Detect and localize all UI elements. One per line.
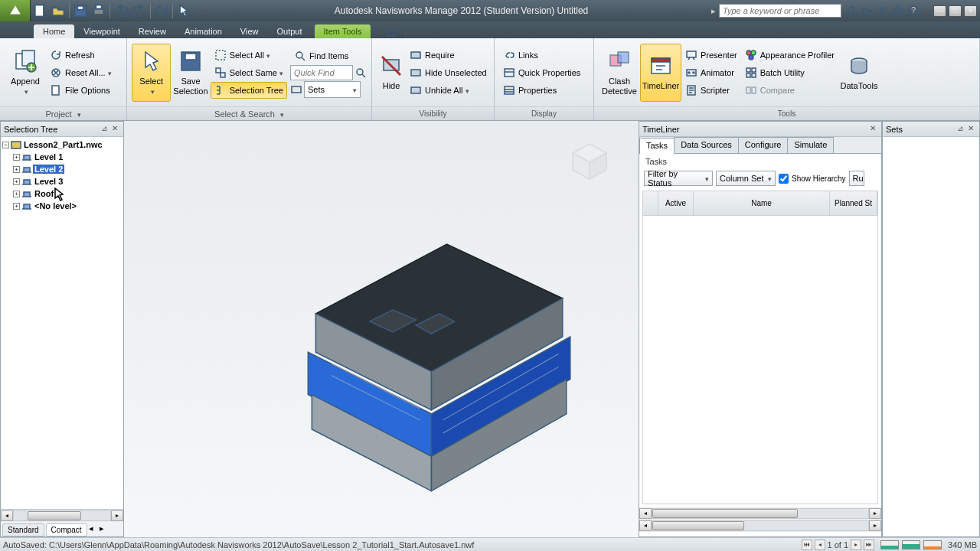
app-menu-button[interactable] [0, 0, 31, 21]
animator-button[interactable]: Animator [681, 64, 741, 81]
tl-tab-tasks[interactable]: Tasks [639, 138, 675, 154]
timeliner-label: TimeLiner [642, 81, 680, 90]
tab-extra-dd-icon[interactable] [401, 28, 407, 37]
tl-rules-button[interactable]: Ru [849, 171, 864, 186]
presenter-button[interactable]: Presenter [681, 47, 741, 64]
page-next-icon[interactable]: ▸ [851, 540, 861, 550]
quick-find-go-icon[interactable] [354, 67, 367, 79]
maximize-button[interactable]: □ [949, 5, 962, 17]
reset-all-button[interactable]: Reset All... [46, 64, 116, 81]
sets-combo[interactable]: Sets [304, 81, 361, 98]
page-prev-icon[interactable]: ◂ [815, 540, 825, 550]
datatools-button[interactable]: DataTools [838, 44, 880, 102]
qat-undo-icon[interactable] [113, 3, 129, 18]
scripter-label: Scripter [701, 86, 730, 95]
selection-tree-button[interactable]: Selection Tree [211, 82, 287, 99]
favorite-icon[interactable] [892, 5, 904, 17]
tab-viewpoint[interactable]: Viewpoint [74, 24, 129, 38]
save-selection-button[interactable]: Save Selection [171, 44, 210, 102]
help-icon[interactable]: ? [907, 5, 920, 17]
unhide-all-button[interactable]: Unhide All [406, 82, 491, 99]
tab-output[interactable]: Output [268, 24, 312, 38]
tl-tab-configure[interactable]: Configure [738, 137, 789, 153]
qat-customize-icon[interactable] [194, 3, 210, 18]
project-group-label: Project [0, 106, 126, 120]
tl-col-active[interactable]: Active [658, 191, 694, 215]
tl-columnset-combo[interactable]: Column Set [716, 171, 776, 186]
select-button[interactable]: Select [132, 44, 171, 102]
tree-hscroll[interactable]: ◂▸ [1, 510, 123, 522]
find-items-button[interactable]: Find Items [290, 47, 367, 64]
clash-detective-button[interactable]: Clash Detective [599, 44, 640, 102]
tl-close-icon[interactable]: ✕ [867, 124, 878, 135]
timeliner-button[interactable]: TimeLiner [640, 44, 681, 102]
require-button[interactable]: Require [406, 47, 491, 64]
tree-node-level1[interactable]: + Level 1 [2, 151, 122, 163]
infocenter-search[interactable] [719, 4, 841, 18]
search-icon[interactable] [846, 5, 858, 17]
tab-view[interactable]: View [231, 24, 268, 38]
key-icon[interactable] [861, 5, 874, 17]
batch-utility-button[interactable]: Batch Utility [741, 64, 838, 81]
quick-find-input[interactable] [290, 65, 353, 80]
tab-animation[interactable]: Animation [175, 24, 231, 38]
panel-autohide-icon[interactable]: ⊿ [99, 124, 109, 135]
tab-home[interactable]: Home [34, 24, 74, 38]
append-button[interactable]: Append [5, 44, 46, 102]
visibility-group-label: Visibility [372, 106, 494, 120]
svg-rect-10 [387, 31, 396, 36]
page-last-icon[interactable]: ⏭ [864, 540, 874, 550]
hide-unselected-button[interactable]: Hide Unselected [406, 64, 491, 81]
viewcube-icon[interactable] [564, 136, 616, 188]
tree-root[interactable]: − Lesson2_Part1.nwc [2, 139, 122, 151]
minimize-button[interactable]: — [933, 5, 946, 17]
tl-hscroll-2[interactable]: ◂▸ [639, 520, 881, 532]
help-dropdown-icon[interactable] [923, 6, 929, 15]
svg-rect-29 [505, 86, 514, 94]
tab-review[interactable]: Review [129, 24, 175, 38]
select-same-label: Select Same [230, 68, 277, 77]
appearance-profiler-button[interactable]: Appearance Profiler [741, 47, 838, 64]
select-same-button[interactable]: Select Same [211, 64, 287, 81]
tree-node-level3[interactable]: + Level 3 [2, 175, 122, 187]
qat-print-icon[interactable] [91, 3, 106, 18]
properties-button[interactable]: Properties [499, 82, 584, 99]
tab-extra-icon[interactable] [386, 28, 397, 38]
tl-tab-simulate[interactable]: Simulate [787, 137, 834, 153]
svg-rect-42 [746, 68, 750, 72]
tl-col-planned[interactable]: Planned St [830, 191, 877, 215]
qat-new-icon[interactable] [32, 3, 47, 18]
links-button[interactable]: Links [499, 47, 584, 64]
3d-viewport[interactable] [124, 121, 639, 537]
exchange-icon[interactable] [877, 5, 889, 17]
tl-tab-datasources[interactable]: Data Sources [674, 137, 739, 153]
page-first-icon[interactable]: ⏮ [802, 540, 812, 550]
tl-hscroll-1[interactable]: ◂▸ [639, 507, 881, 520]
refresh-button[interactable]: Refresh [46, 47, 116, 64]
tab-item-tools[interactable]: Item Tools [315, 24, 371, 38]
qat-pointer-icon[interactable] [176, 3, 191, 18]
select-all-button[interactable]: Select All [211, 47, 287, 64]
qat-refresh-icon[interactable] [154, 3, 169, 18]
tree-node-level2[interactable]: + Level 2 [2, 163, 122, 175]
scripter-button[interactable]: Scripter [681, 82, 741, 99]
svg-marker-0 [10, 5, 21, 14]
panel-close-icon[interactable]: ✕ [109, 124, 120, 135]
close-button[interactable]: ✕ [964, 5, 977, 17]
tl-col-name[interactable]: Name [694, 191, 830, 215]
tl-filter-combo[interactable]: Filter by Status [644, 171, 713, 186]
hide-unselected-label: Hide Unselected [425, 68, 487, 77]
tree-tab-standard[interactable]: Standard [2, 523, 44, 536]
sets-close-icon[interactable]: ✕ [965, 124, 976, 135]
tree-tab-compact[interactable]: Compact [46, 523, 87, 536]
qat-save-icon[interactable] [73, 3, 88, 18]
qat-redo-icon[interactable] [132, 3, 147, 18]
quick-properties-button[interactable]: Quick Properties [499, 64, 584, 81]
qat-open-icon[interactable] [51, 3, 66, 18]
hide-button[interactable]: Hide [377, 44, 406, 102]
file-options-button[interactable]: File Options [46, 82, 116, 99]
svg-rect-27 [411, 87, 420, 93]
tl-show-hierarchy-check[interactable] [779, 174, 789, 184]
tl-task-grid[interactable]: Active Name Planned St [642, 191, 878, 504]
sets-autohide-icon[interactable]: ⊿ [955, 124, 965, 135]
